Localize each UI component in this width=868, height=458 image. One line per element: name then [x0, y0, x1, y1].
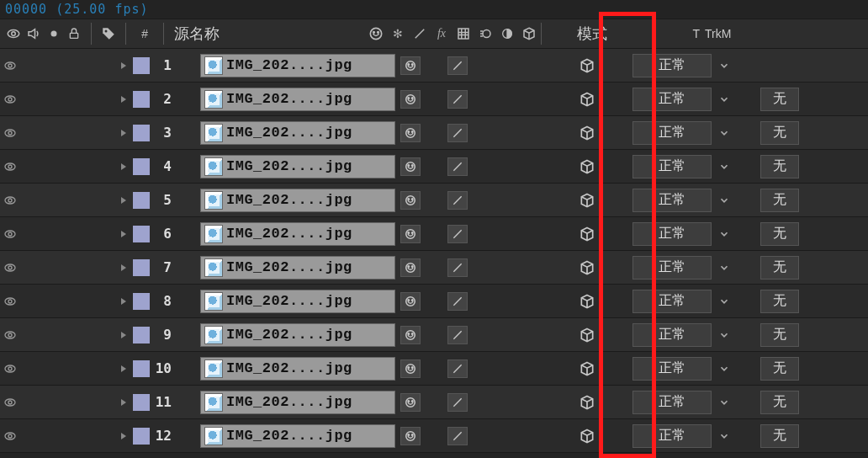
effects-toggle[interactable]: [469, 391, 493, 414]
layer-color-swatch[interactable]: [133, 158, 150, 175]
disclosure-triangle[interactable]: [114, 230, 133, 238]
layer-row[interactable]: 10 IMG_202....jpg 正常 无: [0, 352, 868, 386]
quality-toggle[interactable]: [447, 427, 468, 445]
disclosure-triangle[interactable]: [114, 365, 133, 373]
frame-blend-toggle[interactable]: [495, 121, 518, 145]
adjustment-toggle[interactable]: [545, 54, 569, 77]
motion-blur-toggle[interactable]: [520, 222, 543, 246]
motion-blur-toggle[interactable]: [520, 391, 543, 414]
three-d-toggle[interactable]: [570, 158, 604, 175]
layer-source-name[interactable]: IMG_202....jpg: [200, 222, 395, 246]
layer-row[interactable]: 12 IMG_202....jpg 正常 无: [0, 419, 868, 453]
effects-toggle[interactable]: [469, 155, 493, 178]
frame-blend-toggle[interactable]: [495, 189, 518, 212]
disclosure-triangle[interactable]: [114, 331, 133, 339]
shy-toggle[interactable]: [400, 157, 421, 176]
track-matte-dropdown[interactable]: 无: [760, 121, 799, 145]
effects-toggle[interactable]: [469, 222, 493, 246]
shy-toggle[interactable]: [400, 191, 421, 210]
chevron-down-icon[interactable]: [712, 296, 737, 307]
collapse-transform-icon[interactable]: ✻: [389, 26, 406, 41]
frame-blend-toggle[interactable]: [495, 424, 518, 448]
three-d-toggle[interactable]: [570, 293, 604, 310]
eye-icon[interactable]: [5, 25, 22, 42]
layer-color-swatch[interactable]: [133, 259, 150, 276]
layer-row[interactable]: 2 IMG_202....jpg 正常 无: [0, 83, 868, 116]
quality-toggle[interactable]: [447, 90, 468, 109]
shy-toggle[interactable]: [400, 225, 421, 243]
quality-toggle[interactable]: [447, 124, 468, 142]
shy-toggle[interactable]: [400, 90, 421, 109]
layer-row[interactable]: 7 IMG_202....jpg 正常 无: [0, 251, 868, 285]
solo-dot-icon[interactable]: [45, 25, 62, 42]
visibility-toggle[interactable]: [0, 126, 20, 140]
effects-toggle[interactable]: [469, 424, 493, 448]
disclosure-triangle[interactable]: [114, 129, 133, 137]
layer-row[interactable]: 6 IMG_202....jpg 正常 无: [0, 217, 868, 251]
quality-toggle[interactable]: [447, 258, 468, 277]
frame-blend-toggle[interactable]: [495, 54, 518, 77]
speaker-icon[interactable]: [25, 25, 42, 42]
shy-toggle[interactable]: [400, 56, 421, 75]
track-matte-dropdown[interactable]: 无: [760, 155, 799, 178]
chevron-down-icon[interactable]: [712, 262, 737, 274]
quality-toggle[interactable]: [447, 292, 468, 311]
collapse-toggle[interactable]: [422, 189, 446, 212]
track-matte-dropdown[interactable]: 无: [760, 357, 799, 381]
layer-color-swatch[interactable]: [133, 57, 150, 74]
quality-toggle[interactable]: [447, 393, 468, 412]
three-d-toggle[interactable]: [570, 428, 604, 445]
chevron-down-icon[interactable]: [712, 194, 737, 206]
layer-row[interactable]: 9 IMG_202....jpg 正常 无: [0, 318, 868, 352]
track-matte-dropdown[interactable]: 无: [760, 256, 799, 280]
layer-color-swatch[interactable]: [133, 293, 150, 310]
visibility-toggle[interactable]: [0, 160, 20, 173]
collapse-toggle[interactable]: [422, 357, 446, 381]
layer-source-name[interactable]: IMG_202....jpg: [200, 391, 395, 414]
visibility-toggle[interactable]: [0, 328, 20, 342]
three-d-toggle[interactable]: [570, 327, 604, 344]
shy-toggle[interactable]: [400, 427, 421, 445]
adjustment-toggle[interactable]: [545, 189, 569, 212]
quality-toggle[interactable]: [447, 359, 468, 378]
shy-icon[interactable]: [368, 26, 384, 41]
frame-blend-toggle[interactable]: [495, 222, 518, 246]
collapse-toggle[interactable]: [422, 222, 446, 246]
frame-blend-toggle[interactable]: [495, 323, 518, 347]
effects-toggle[interactable]: [469, 323, 493, 347]
layer-row[interactable]: 1 IMG_202....jpg 正常: [0, 49, 868, 83]
track-matte-dropdown[interactable]: 无: [760, 88, 799, 111]
track-matte-dropdown[interactable]: 无: [760, 290, 799, 313]
track-matte-dropdown[interactable]: 无: [760, 222, 799, 246]
disclosure-triangle[interactable]: [114, 95, 133, 104]
motion-blur-toggle[interactable]: [520, 256, 543, 280]
track-matte-dropdown[interactable]: 无: [760, 391, 799, 414]
layer-source-name[interactable]: IMG_202....jpg: [200, 357, 395, 381]
visibility-toggle[interactable]: [0, 261, 20, 274]
chevron-down-icon[interactable]: [712, 397, 737, 408]
layer-source-name[interactable]: IMG_202....jpg: [200, 88, 395, 111]
motion-blur-toggle[interactable]: [520, 88, 543, 111]
adjustment-toggle[interactable]: [545, 121, 569, 145]
column-header-source-name[interactable]: 源名称: [167, 24, 363, 44]
collapse-toggle[interactable]: [422, 391, 446, 414]
quality-toggle[interactable]: [447, 225, 468, 243]
layer-source-name[interactable]: IMG_202....jpg: [200, 290, 395, 313]
chevron-down-icon[interactable]: [712, 60, 737, 72]
layer-source-name[interactable]: IMG_202....jpg: [200, 121, 395, 145]
shy-toggle[interactable]: [400, 359, 421, 378]
collapse-toggle[interactable]: [422, 323, 446, 347]
layer-source-name[interactable]: IMG_202....jpg: [200, 323, 395, 347]
effects-toggle[interactable]: [469, 256, 493, 280]
adjustment-toggle[interactable]: [545, 88, 569, 111]
column-header-trkmat[interactable]: TrkM: [705, 27, 738, 40]
adjustment-toggle[interactable]: [545, 155, 569, 178]
disclosure-triangle[interactable]: [114, 162, 133, 171]
shy-toggle[interactable]: [400, 393, 421, 412]
three-d-layer-icon[interactable]: [521, 26, 537, 41]
visibility-toggle[interactable]: [0, 59, 20, 72]
effects-toggle[interactable]: [469, 357, 493, 381]
collapse-toggle[interactable]: [422, 54, 446, 77]
visibility-toggle[interactable]: [0, 194, 20, 207]
layer-color-swatch[interactable]: [133, 428, 150, 445]
